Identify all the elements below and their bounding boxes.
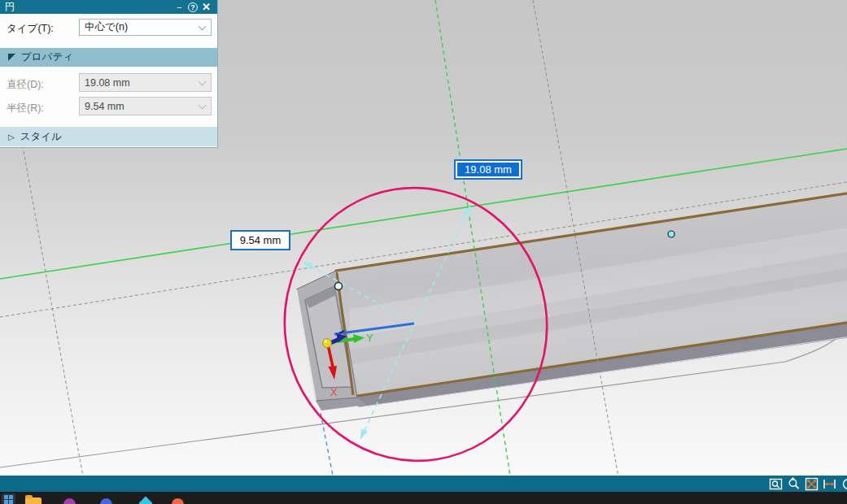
chevron-down-icon	[199, 101, 207, 109]
dialog-title: 円	[5, 0, 15, 14]
refit-icon[interactable]	[805, 477, 819, 491]
app-blue-icon[interactable]	[100, 498, 112, 504]
chevron-down-icon	[199, 77, 207, 85]
screen: X Y 9.54 mm 19.08 mm 円	[0, 0, 847, 504]
zoom-window-icon[interactable]	[769, 477, 783, 491]
app-purple-icon[interactable]	[63, 498, 76, 504]
y-axis-label: Y	[366, 332, 373, 344]
pan-width-icon[interactable]	[823, 477, 836, 491]
selected-text: 19.08 mm	[457, 163, 519, 176]
diameter-field: 19.08 mm	[79, 73, 212, 92]
close-icon[interactable]: ✕	[200, 1, 212, 13]
origin-ball[interactable]	[323, 339, 332, 348]
3d-viewport[interactable]: X Y 9.54 mm 19.08 mm 円	[0, 0, 847, 476]
collapse-triangle-icon	[8, 54, 15, 61]
viewport-statusbar	[0, 476, 847, 492]
radius-field: 9.54 mm	[79, 97, 212, 115]
partial-icon[interactable]	[840, 477, 847, 491]
windows-taskbar	[0, 492, 847, 504]
radius-label: 半径(R):	[7, 102, 44, 115]
app-orange-icon[interactable]	[172, 498, 184, 504]
vertex-marker[interactable]	[335, 283, 343, 290]
surface-point-marker[interactable]	[668, 231, 675, 237]
file-explorer-icon[interactable]	[25, 497, 41, 504]
x-axis-label: X	[330, 386, 338, 398]
app-cyan-diamond-icon[interactable]	[139, 497, 153, 504]
beam-solid[interactable]	[296, 191, 847, 411]
start-button-icon[interactable]	[4, 495, 13, 504]
circle-dialog: 円 − ? ✕ タイプ(T): 中心で(n) プロパティ 直径(D): 19.0…	[0, 0, 218, 148]
expand-triangle-icon: ▷	[8, 133, 15, 141]
minimize-icon[interactable]: −	[173, 1, 186, 13]
help-icon[interactable]: ?	[188, 2, 198, 12]
style-section-header[interactable]: ▷ スタイル	[0, 127, 217, 146]
diameter-dimension-input[interactable]: 19.08 mm	[454, 159, 522, 180]
diameter-label: 直径(D):	[7, 78, 44, 92]
zoom-in-out-icon[interactable]	[787, 477, 801, 491]
type-label: タイプ(T):	[7, 22, 54, 36]
type-dropdown[interactable]: 中心で(n)	[79, 19, 212, 36]
chevron-down-icon	[199, 22, 207, 30]
properties-section-header[interactable]: プロパティ	[0, 48, 217, 67]
radius-dimension-label[interactable]: 9.54 mm	[230, 230, 290, 250]
dialog-titlebar[interactable]: 円 − ? ✕	[0, 0, 217, 14]
